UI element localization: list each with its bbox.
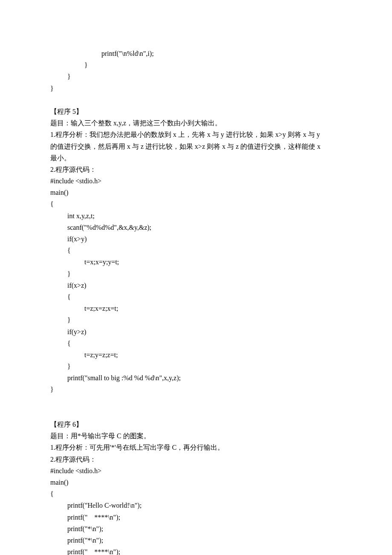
section-title: 【程序 5】 [50,106,342,117]
blank-line [50,396,342,419]
code-line: scanf("%d%d%d",&x,&y,&z); [50,222,342,233]
source-label: 2.程序源代码： [50,454,342,465]
code-line: #include <stdio.h> [50,175,342,187]
code-line: int x,y,z,t; [50,210,342,222]
code-line: } [50,384,342,395]
code-line: if(y>z) [50,326,342,338]
code-line: } [50,361,342,372]
source-label: 2.程序源代码： [50,164,342,175]
code-line: printf("*\n"); [50,523,342,535]
document-page: printf("\n%ld\n",i); } } } 【程序 5】 题目：输入三… [0,0,392,555]
code-line: printf("small to big :%d %d %d\n",x,y,z)… [50,372,342,384]
code-line: printf("*\n"); [50,535,342,546]
analysis-text: 1.程序分析：我们想办法把最小的数放到 x 上，先将 x 与 y 进行比较，如果… [50,129,342,140]
code-line: { [50,291,342,303]
code-line: { [50,488,342,500]
code-line: main() [50,187,342,198]
code-line: { [50,245,342,256]
analysis-text: 的值进行交换，然后再用 x 与 z 进行比较，如果 x>z 则将 x 与 z 的… [50,141,342,152]
code-line: t=z;x=z;x=t; [50,303,342,314]
code-line: t=z;y=z;z=t; [50,349,342,361]
code-line: } [50,83,342,94]
code-line: if(x>y) [50,233,342,245]
code-line: { [50,198,342,210]
code-line: { [50,338,342,349]
code-line: } [50,59,342,71]
code-line: t=x;x=y;y=t; [50,256,342,268]
code-line: if(x>z) [50,280,342,291]
code-line: } [50,314,342,326]
analysis-text: 最小。 [50,152,342,164]
code-line: main() [50,477,342,488]
topic-text: 题目：输入三个整数 x,y,z，请把这三个数由小到大输出。 [50,117,342,129]
blank-line [50,94,342,106]
code-line: printf("Hello C-world!\n"); [50,500,342,511]
code-line: printf("\n%ld\n",i); [50,48,342,59]
code-line: } [50,71,342,82]
topic-text: 题目：用*号输出字母 C 的图案。 [50,430,342,442]
section-title: 【程序 6】 [50,419,342,430]
code-line: printf(" ****\n"); [50,512,342,523]
code-line: printf(" ****\n"); [50,546,342,555]
analysis-text: 1.程序分析：可先用'*'号在纸上写出字母 C，再分行输出。 [50,442,342,453]
code-line: } [50,268,342,280]
code-line: #include <stdio.h> [50,465,342,477]
